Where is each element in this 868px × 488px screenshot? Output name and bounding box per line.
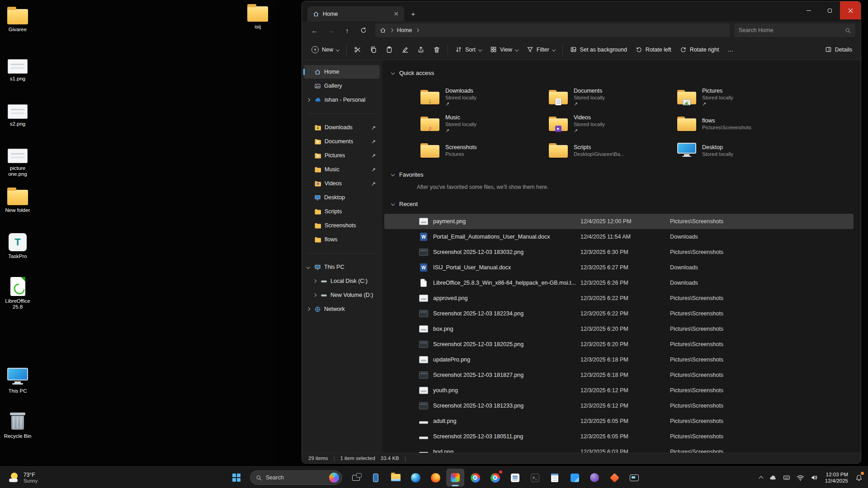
desktop-icon-picture-one[interactable]: picture one.png — [0, 145, 35, 177]
sidebar-item-network[interactable]: Network — [304, 302, 380, 316]
paste-button[interactable] — [382, 42, 397, 57]
sidebar-item-music[interactable]: ♪ Music — [304, 163, 380, 176]
desktop-icon-s1[interactable]: s1.png — [0, 56, 35, 82]
taskbar-app-edge[interactable] — [406, 469, 425, 487]
rotate-right-button[interactable]: Rotate right — [676, 42, 723, 57]
sidebar-item-documents[interactable]: Documents — [304, 135, 380, 148]
rotate-left-button[interactable]: Rotate left — [632, 42, 675, 57]
quick-access-tile-screenshots[interactable]: ScreenshotsPictures — [417, 137, 545, 164]
taskbar-app-notes[interactable] — [546, 469, 564, 487]
quick-access-tile-documents[interactable]: DocumentsStored locally — [545, 84, 674, 110]
quick-access-tile-downloads[interactable]: ↓ DownloadsStored locally — [417, 84, 545, 110]
taskbar-app-terminal[interactable] — [526, 469, 544, 487]
breadcrumb-chevron[interactable] — [415, 28, 419, 32]
desktop-icon-recycle-bin[interactable]: Recycle Bin — [0, 412, 35, 439]
file-row[interactable]: Screenshot 2025-12-03 181827.png 12/3/20… — [384, 367, 854, 383]
forward-button[interactable]: → — [324, 23, 338, 37]
file-row[interactable]: box.png 12/3/2025 6:20 PM Pictures\Scree… — [384, 321, 854, 337]
file-row[interactable]: payment.png 12/4/2025 12:00 PM Pictures\… — [384, 214, 854, 229]
sidebar-item-this-pc[interactable]: This PC — [304, 260, 380, 274]
desktop-icon-new-folder[interactable]: New folder — [0, 187, 35, 213]
explorer-tab-home[interactable]: Home — [307, 6, 404, 21]
copy-button[interactable] — [366, 42, 381, 57]
search-input[interactable]: Search Home — [734, 23, 855, 37]
sidebar-item-desktop[interactable]: Desktop — [304, 191, 380, 204]
filter-button[interactable]: Filter — [523, 42, 559, 57]
sidebar-item-new-volume-d[interactable]: New Volume (D:) — [310, 288, 380, 302]
taskbar-app-file-explorer[interactable] — [387, 469, 405, 487]
share-button[interactable] — [413, 42, 429, 57]
taskbar-app-firefox[interactable] — [426, 469, 444, 487]
sidebar-item-flows[interactable]: flows — [304, 233, 380, 246]
desktop-icon-s2[interactable]: s2.png — [0, 101, 35, 127]
file-row[interactable]: approved.png 12/3/2025 6:22 PM Pictures\… — [384, 291, 854, 306]
desktop-icon-isij[interactable]: isij — [240, 4, 275, 30]
quick-access-tile-pictures[interactable]: PicturesStored locally — [674, 84, 802, 110]
file-row[interactable]: Screenshot 2025-12-03 182234.png 12/3/20… — [384, 306, 854, 321]
file-row[interactable]: youth.png 12/3/2025 6:12 PM Pictures\Scr… — [384, 383, 854, 398]
details-button[interactable]: Details — [821, 42, 856, 57]
desktop-icon-this-pc[interactable]: This PC — [0, 367, 35, 394]
chevron-down-icon[interactable] — [391, 71, 395, 75]
taskbar-app-photos-active[interactable] — [446, 469, 464, 487]
chevron-right-icon[interactable] — [313, 293, 316, 297]
chevron-down-icon[interactable] — [307, 265, 310, 269]
taskbar-app-document[interactable] — [506, 469, 524, 487]
refresh-button[interactable] — [356, 23, 371, 37]
maximize-button[interactable] — [819, 1, 840, 19]
rename-button[interactable] — [397, 42, 413, 57]
desktop-icon-taskpro[interactable]: TaskPro — [0, 232, 35, 259]
start-button[interactable] — [227, 469, 245, 487]
section-header-recent[interactable]: Recent — [392, 197, 854, 210]
quick-access-tile-desktop[interactable]: DesktopStored locally — [674, 137, 802, 164]
file-row[interactable]: Portal_Email_Automations_User_Manual.doc… — [384, 229, 854, 244]
section-header-quick-access[interactable]: Quick access — [392, 66, 854, 79]
home-icon[interactable] — [380, 27, 386, 33]
file-row[interactable]: Screenshot 2025-12-03 183032.png 12/3/20… — [384, 244, 854, 260]
tray-show-hidden-icons[interactable] — [757, 469, 765, 486]
sidebar-item-home[interactable]: Home — [304, 65, 380, 79]
taskbar-search[interactable]: Search — [250, 470, 342, 485]
section-header-favorites[interactable]: Favorites — [392, 168, 854, 181]
sidebar-item-scripts[interactable]: Scripts — [304, 205, 380, 218]
sidebar-item-downloads[interactable]: Downloads — [304, 121, 380, 134]
sidebar-item-screenshots[interactable]: Screenshots — [304, 219, 380, 232]
sort-button[interactable]: Sort — [451, 42, 486, 57]
taskbar-clock[interactable]: 12:03 PM 12/4/2025 — [821, 471, 852, 484]
sidebar-item-onedrive[interactable]: ishan - Personal — [304, 93, 380, 107]
tray-onedrive[interactable] — [766, 469, 779, 486]
notification-center-button[interactable] — [853, 469, 865, 486]
tray-language[interactable] — [780, 469, 793, 486]
quick-access-tile-videos[interactable]: VideosStored locally — [545, 110, 674, 137]
taskbar-app-chrome-profile[interactable] — [486, 469, 504, 487]
tab-close-button[interactable] — [392, 9, 401, 19]
chevron-down-icon[interactable] — [391, 173, 395, 176]
breadcrumb-home[interactable]: Home — [397, 27, 412, 33]
file-row[interactable]: updatePro.png 12/3/2025 6:18 PM Pictures… — [384, 352, 854, 367]
taskbar-app-display-tool[interactable] — [625, 469, 643, 487]
tray-volume[interactable] — [808, 469, 821, 486]
desktop-icon-libreoffice[interactable]: LibreOffice 25.8 — [0, 277, 35, 310]
tray-network[interactable] — [794, 469, 807, 486]
file-row[interactable]: Screenshot 2025-12-03 181233.png 12/3/20… — [384, 398, 854, 413]
view-button[interactable]: View — [486, 42, 522, 57]
file-row[interactable]: ISIJ_Portal_User_Manual.docx 12/3/2025 6… — [384, 260, 854, 275]
address-bar[interactable]: Home — [375, 23, 730, 37]
new-button[interactable]: + New — [307, 42, 343, 57]
sidebar-item-pictures[interactable]: Pictures — [304, 149, 380, 162]
taskbar-app-vscode[interactable] — [566, 469, 584, 487]
quick-access-tile-scripts[interactable]: ScriptsDesktop\Givaree\Ba... — [545, 137, 674, 164]
chevron-right-icon[interactable] — [307, 98, 310, 102]
file-row[interactable]: Screenshot 2025-12-03 180511.png 12/3/20… — [384, 429, 854, 444]
sidebar-item-local-disk-c[interactable]: Local Disk (C:) — [310, 274, 380, 288]
file-row[interactable]: adult.png 12/3/2025 6:05 PM Pictures\Scr… — [384, 413, 854, 429]
back-button[interactable]: ← — [307, 23, 322, 37]
close-button[interactable] — [840, 1, 861, 19]
chevron-right-icon[interactable] — [307, 307, 310, 311]
minimize-button[interactable] — [798, 1, 819, 19]
file-row[interactable]: Screenshot 2025-12-03 182025.png 12/3/20… — [384, 337, 854, 352]
taskbar-app-libreoffice[interactable] — [605, 469, 623, 487]
breadcrumb-chevron[interactable] — [390, 28, 393, 32]
see-more-button[interactable]: … — [723, 42, 737, 57]
up-button[interactable]: ↑ — [340, 23, 354, 37]
